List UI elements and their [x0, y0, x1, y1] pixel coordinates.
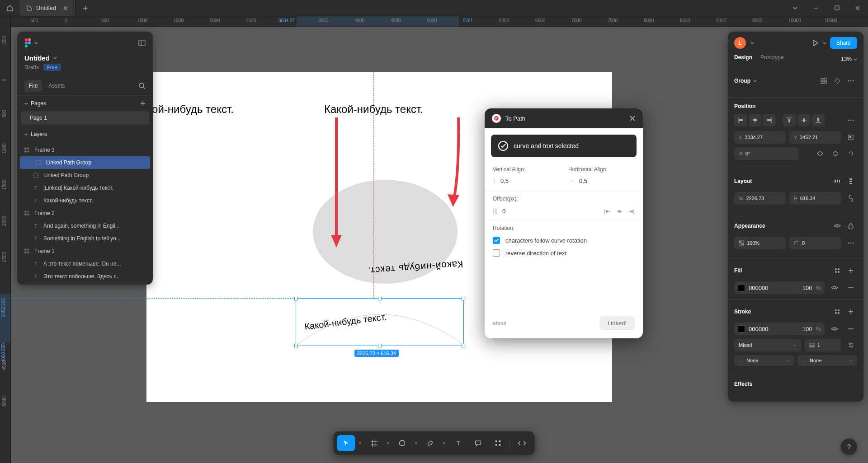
opacity-field[interactable]: 100%: [734, 237, 786, 249]
more-button[interactable]: [844, 75, 857, 87]
align-bottom-button[interactable]: [812, 114, 825, 126]
zoom-control[interactable]: 13%: [841, 56, 857, 62]
tab-untitled[interactable]: Untitled: [20, 0, 75, 16]
stroke-weight-field[interactable]: 1: [805, 339, 841, 351]
valign-input[interactable]: ↕0,5: [493, 177, 559, 184]
w-field[interactable]: W2226.73: [734, 192, 786, 205]
present-button[interactable]: [812, 39, 819, 47]
chevron-down-icon[interactable]: [823, 42, 826, 44]
corner-field[interactable]: 0: [789, 237, 841, 249]
document-title-row[interactable]: Untitled: [17, 52, 153, 64]
fill-styles-button[interactable]: [831, 264, 844, 277]
figma-menu[interactable]: [24, 38, 38, 48]
pen-tool-chevron[interactable]: ▾: [441, 435, 448, 451]
tab-prototype[interactable]: Prototype: [760, 54, 783, 64]
layer-item[interactable]: TAnd again, something in Engli...: [17, 220, 153, 232]
offset-align-left[interactable]: |⇤: [604, 208, 610, 215]
pen-tool[interactable]: [421, 435, 439, 451]
tab-design[interactable]: Design: [734, 54, 752, 64]
offset-input[interactable]: |||0: [493, 207, 505, 215]
tab-file[interactable]: File: [24, 80, 42, 92]
layout-grid-button[interactable]: [817, 75, 830, 87]
x-field[interactable]: X3034.27: [734, 131, 786, 144]
stroke-end-field[interactable]: —None: [797, 355, 857, 366]
autolayout-v-button[interactable]: [844, 175, 857, 187]
align-hcenter-button[interactable]: [749, 114, 761, 126]
h-field[interactable]: H616.34: [789, 192, 841, 205]
blend-button[interactable]: [844, 220, 857, 232]
add-fill-button[interactable]: [844, 264, 857, 277]
shape-tool-chevron[interactable]: ▾: [413, 435, 420, 451]
layers-header[interactable]: Layers: [17, 125, 153, 142]
check-reverse-direction[interactable]: reverse direction of text: [493, 249, 635, 257]
abs-pos-button[interactable]: [844, 131, 857, 144]
drafts-label[interactable]: Drafts: [24, 64, 39, 70]
move-tool[interactable]: [337, 435, 355, 451]
chevron-down-icon[interactable]: [753, 80, 757, 82]
user-avatar[interactable]: L: [734, 37, 746, 49]
tab-assets[interactable]: Assets: [44, 80, 69, 92]
shape-tool[interactable]: [393, 435, 411, 451]
layer-item[interactable]: TSomething in English to tell yo...: [17, 232, 153, 245]
fill-visibility-button[interactable]: [828, 281, 841, 294]
align-right-button[interactable]: [763, 114, 776, 126]
move-tool-chevron[interactable]: ▾: [357, 435, 363, 451]
layer-item[interactable]: TКакой-нибудь текст.: [17, 194, 153, 207]
help-button[interactable]: ?: [841, 439, 857, 455]
stroke-color-field[interactable]: 000000 100%: [734, 323, 825, 335]
align-left-button[interactable]: [734, 114, 747, 126]
rotate-button[interactable]: [844, 147, 857, 160]
ruler-left[interactable]: -50005001000150020002500450050003452.215…: [0, 27, 11, 463]
share-button[interactable]: Share: [830, 37, 857, 49]
search-button[interactable]: [139, 83, 146, 89]
flip-v-button[interactable]: [829, 147, 842, 160]
y-field[interactable]: Y3452.21: [789, 131, 841, 144]
stroke-start-field[interactable]: —None: [734, 355, 794, 366]
close-window-button[interactable]: [847, 0, 868, 16]
remove-fill-button[interactable]: [844, 281, 857, 294]
add-stroke-button[interactable]: [844, 305, 857, 318]
tab-close-button[interactable]: [62, 5, 69, 11]
layer-item[interactable]: Linked Path Group: [17, 169, 153, 182]
plugin-linked-button[interactable]: Linked!: [599, 316, 635, 330]
align-vcenter-button[interactable]: [797, 114, 810, 126]
maximize-button[interactable]: [826, 0, 847, 16]
add-page-button[interactable]: [140, 101, 146, 106]
selection-box[interactable]: Какой-нибудь текст.: [296, 298, 464, 346]
appearance-more-button[interactable]: [844, 237, 857, 249]
stroke-visibility-button[interactable]: [828, 323, 841, 335]
align-more-button[interactable]: [844, 114, 857, 126]
layer-item[interactable]: TЭто текст побольше. Здесь г...: [17, 270, 153, 283]
dev-mode-toggle[interactable]: [513, 435, 531, 451]
ruler-top[interactable]: -500050010001500200025003034.27350040004…: [11, 16, 868, 27]
stroke-pos-field[interactable]: Mixed: [734, 339, 801, 351]
actions-tool[interactable]: [489, 435, 507, 451]
plugin-close-button[interactable]: [629, 115, 636, 122]
fill-color-field[interactable]: 000000 100%: [734, 281, 825, 294]
minimize-button[interactable]: [806, 0, 826, 16]
layer-item[interactable]: Frame 1: [17, 245, 153, 257]
home-button[interactable]: [0, 0, 20, 16]
layer-item[interactable]: Frame 3: [17, 144, 153, 156]
layer-item[interactable]: Linked Path Group: [20, 156, 150, 169]
check-follow-rotation[interactable]: characters follow curve rotation: [493, 237, 635, 244]
stroke-styles-button[interactable]: [831, 305, 844, 318]
frame-tool[interactable]: [365, 435, 383, 451]
layer-item[interactable]: Frame 2: [17, 207, 153, 220]
visibility-button[interactable]: [831, 220, 844, 232]
pages-header[interactable]: Pages: [17, 96, 153, 111]
component-button[interactable]: [831, 75, 844, 87]
chevron-down-icon[interactable]: [750, 42, 754, 44]
remove-stroke-button[interactable]: [844, 323, 857, 335]
constrain-button[interactable]: [844, 192, 857, 205]
stroke-settings-button[interactable]: [844, 339, 857, 351]
autolayout-h-button[interactable]: [831, 175, 844, 187]
frame-tool-chevron[interactable]: ▾: [385, 435, 392, 451]
text-tool[interactable]: T: [449, 435, 467, 451]
plugin-about-link[interactable]: about: [493, 320, 506, 327]
layer-item[interactable]: T[Linked] Какой-нибудь текст.: [17, 182, 153, 194]
align-top-button[interactable]: [783, 114, 796, 126]
halign-input[interactable]: ↔0,5: [568, 177, 635, 184]
offset-align-center[interactable]: ⇹: [617, 208, 622, 215]
panel-toggle-button[interactable]: [138, 40, 146, 46]
